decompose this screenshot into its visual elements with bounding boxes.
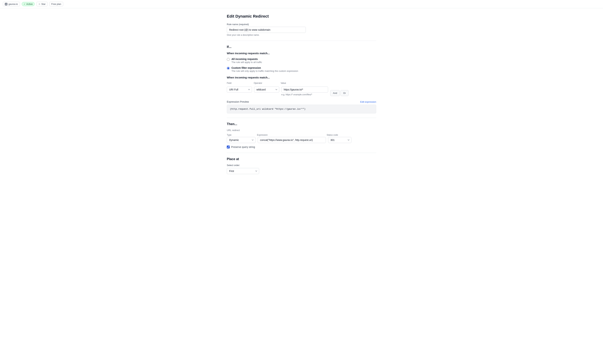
svg-rect-1 <box>6 4 7 4</box>
page-title: Edit Dynamic Redirect <box>227 14 376 19</box>
active-label: Active <box>26 3 33 5</box>
field-label: Field <box>227 82 252 84</box>
expression-label: Expression Preview <box>227 100 249 103</box>
svg-rect-2 <box>6 4 7 4</box>
value-label: Value <box>281 82 286 84</box>
order-label: Select order: <box>227 164 376 167</box>
url-redirect-label: URL redirect <box>227 129 376 132</box>
value-field-group: e.g. https://*.example.com/files/* <box>281 87 328 96</box>
filter-labels: Field Operator Value <box>227 82 376 84</box>
preserve-query-row[interactable]: Preserve query string <box>227 146 376 148</box>
then-title: Then... <box>227 122 376 126</box>
filter-heading: When incoming requests match... <box>227 76 376 79</box>
redirect-labels: Type Expression Status code <box>227 134 376 136</box>
main-content: Edit Dynamic Redirect Rule name (require… <box>222 8 381 180</box>
operator-label: Operator <box>254 82 279 84</box>
status-label: Status code <box>327 134 338 136</box>
radio-custom-label: Custom filter expression <box>232 66 261 69</box>
expression-label-col: Expression <box>257 134 325 136</box>
if-title: If... <box>227 45 376 49</box>
value-hint: e.g. https://*.example.com/files/* <box>281 93 328 96</box>
match-heading: When incoming requests match... <box>227 52 376 55</box>
site-name: gaurav.io <box>8 3 18 5</box>
type-select[interactable]: Dynamic Static <box>227 137 255 143</box>
rule-name-input[interactable] <box>227 27 306 33</box>
expression-preview-section: Expression Preview Edit expression (http… <box>227 100 376 114</box>
radio-custom-text: Custom filter expression The rule will o… <box>232 66 298 72</box>
free-plan-label: Free plan <box>51 3 61 5</box>
if-section: If... When incoming requests match... Al… <box>227 45 376 72</box>
expression-code: (http.request.full_uri wildcard "https:/… <box>230 108 305 110</box>
radio-all-label: All incoming requests <box>232 58 258 60</box>
place-section: Place at Select order: First Last <box>227 157 376 174</box>
divider-3 <box>227 153 376 153</box>
value-input[interactable] <box>281 87 328 93</box>
active-badge: ✓ Active <box>22 2 35 6</box>
divider-1 <box>227 41 376 41</box>
rule-name-hint: Give your rule a descriptive name. <box>227 34 376 36</box>
then-section: Then... URL redirect Type Expression Sta… <box>227 122 376 148</box>
and-button[interactable]: And <box>330 90 340 96</box>
expression-header: Expression Preview Edit expression <box>227 100 376 103</box>
free-plan-badge: Free plan <box>49 2 63 6</box>
edit-expression-link[interactable]: Edit expression <box>360 101 376 103</box>
expression-preview-box: (http.request.full_uri wildcard "https:/… <box>227 105 376 114</box>
star-button[interactable]: ☆ Star <box>36 2 47 6</box>
operator-select[interactable]: wildcard equals contains <box>254 87 279 93</box>
radio-all-text: All incoming requests The rule will appl… <box>232 58 262 64</box>
filter-row: URI Full URI Path Hostname wildcard equa… <box>227 87 376 96</box>
radio-all-input[interactable] <box>227 58 230 61</box>
site-badge[interactable]: gaurav.io <box>3 2 20 6</box>
topbar: gaurav.io ✓ Active ☆ Star Free plan <box>0 0 603 8</box>
radio-custom-input[interactable] <box>227 67 230 70</box>
rule-name-label: Rule name (required) <box>227 23 376 26</box>
radio-all-desc: The rule will apply to all traffic <box>232 61 262 64</box>
field-select[interactable]: URI Full URI Path Hostname <box>227 87 252 93</box>
order-select[interactable]: First Last <box>227 168 259 174</box>
expression-input[interactable] <box>258 137 326 143</box>
radio-custom-desc: The rule will only apply to traffic matc… <box>232 70 298 72</box>
place-title: Place at <box>227 157 376 161</box>
radio-custom-expression[interactable]: Custom filter expression The rule will o… <box>227 66 376 72</box>
site-icon <box>5 3 7 5</box>
status-select[interactable]: 301 302 307 308 <box>328 137 351 143</box>
type-label: Type <box>227 134 255 136</box>
or-button[interactable]: Or <box>340 90 348 96</box>
rule-name-group: Rule name (required) Give your rule a de… <box>227 23 376 36</box>
divider-2 <box>227 118 376 118</box>
star-icon: ☆ <box>38 3 41 5</box>
svg-rect-3 <box>6 4 6 5</box>
redirect-row: Dynamic Static 301 302 307 308 <box>227 137 376 143</box>
radio-all-requests[interactable]: All incoming requests The rule will appl… <box>227 58 376 64</box>
star-label: Star <box>41 3 46 5</box>
preserve-query-checkbox[interactable] <box>227 146 230 148</box>
filter-buttons: And Or <box>330 90 348 96</box>
preserve-query-label: Preserve query string <box>231 146 255 148</box>
filter-section: When incoming requests match... Field Op… <box>227 76 376 96</box>
check-icon: ✓ <box>24 3 25 5</box>
